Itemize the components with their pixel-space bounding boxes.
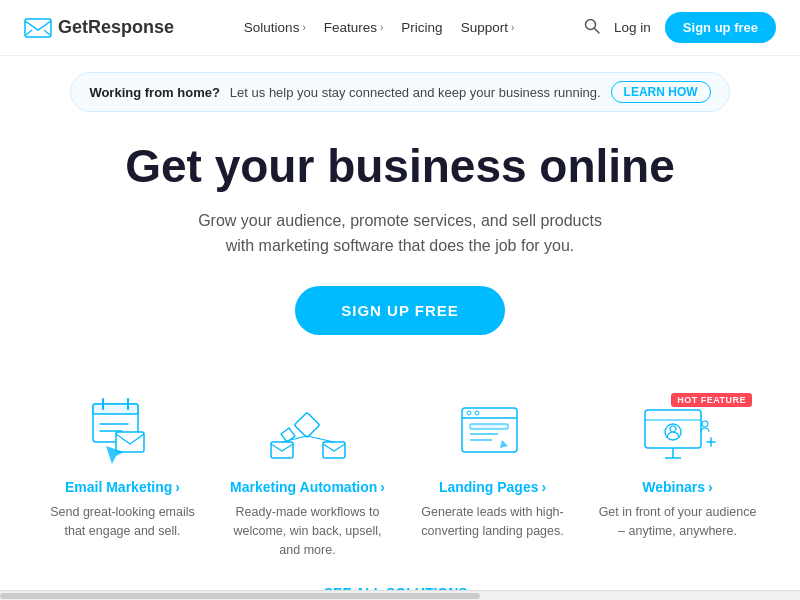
svg-rect-4 [93,404,138,414]
svg-rect-9 [116,432,144,452]
search-icon[interactable] [584,18,600,37]
webinars-title[interactable]: Webinars › [597,479,758,495]
webinars-desc: Get in front of your audience – anytime,… [597,503,758,541]
nav-support[interactable]: Support › [461,20,515,35]
navbar: GetResponse Solutions › Features › Prici… [0,0,800,56]
horizontal-scrollbar[interactable] [0,590,800,600]
banner-bold-text: Working from home? [89,85,219,100]
svg-line-14 [307,436,334,442]
landing-pages-icon [412,389,573,479]
nav-actions: Log in Sign up free [584,12,776,43]
solutions-section: Email Marketing › Send great-looking ema… [0,355,800,569]
svg-rect-12 [323,442,345,458]
logo-icon [24,18,52,38]
svg-point-18 [475,411,479,415]
brand-name: GetResponse [58,17,174,38]
marketing-automation-title[interactable]: Marketing Automation › [227,479,388,495]
chevron-icon: › [541,479,546,495]
chevron-icon: › [511,22,514,33]
chevron-icon: › [708,479,713,495]
landing-pages-title[interactable]: Landing Pages › [412,479,573,495]
hero-cta-button[interactable]: SIGN UP FREE [295,286,505,335]
svg-rect-10 [294,413,319,438]
svg-rect-22 [645,410,701,448]
solution-email-marketing: Email Marketing › Send great-looking ema… [30,389,215,559]
svg-point-28 [702,421,708,427]
hot-feature-badge: HOT FEATURE [671,393,752,407]
svg-point-27 [670,426,676,432]
chevron-icon: › [380,22,383,33]
signup-button[interactable]: Sign up free [665,12,776,43]
solution-marketing-automation: Marketing Automation › Ready-made workfl… [215,389,400,559]
banner-text: Let us help you stay connected and keep … [230,85,601,100]
landing-pages-desc: Generate leads with high-converting land… [412,503,573,541]
webinars-icon: HOT FEATURE [597,389,758,479]
email-marketing-title[interactable]: Email Marketing › [42,479,203,495]
solution-webinars: HOT FEATURE Webinars [585,389,770,559]
chevron-icon: › [380,479,385,495]
promo-banner: Working from home? Let us help you stay … [70,72,729,112]
nav-pricing[interactable]: Pricing [401,20,442,35]
banner-learn-how[interactable]: LEARN HOW [611,81,711,103]
login-link[interactable]: Log in [614,20,651,35]
chevron-icon: › [302,22,305,33]
solution-landing-pages: Landing Pages › Generate leads with high… [400,389,585,559]
nav-features[interactable]: Features › [324,20,384,35]
brand-logo[interactable]: GetResponse [24,17,174,38]
hero-subtitle: Grow your audience, promote services, an… [185,209,615,259]
marketing-automation-desc: Ready-made workflows to welcome, win bac… [227,503,388,559]
scrollbar-thumb[interactable] [0,593,480,599]
nav-links: Solutions › Features › Pricing Support › [244,20,514,35]
svg-rect-11 [271,442,293,458]
marketing-automation-icon [227,389,388,479]
svg-rect-0 [25,19,51,37]
banner-container: Working from home? Let us help you stay … [0,72,800,112]
svg-point-17 [467,411,471,415]
email-marketing-icon [42,389,203,479]
nav-solutions[interactable]: Solutions › [244,20,306,35]
svg-line-2 [595,29,600,34]
email-marketing-desc: Send great-looking emails that engage an… [42,503,203,541]
hero-section: Get your business online Grow your audie… [0,112,800,355]
svg-rect-19 [470,424,508,429]
hero-title: Get your business online [20,140,780,193]
chevron-icon: › [175,479,180,495]
